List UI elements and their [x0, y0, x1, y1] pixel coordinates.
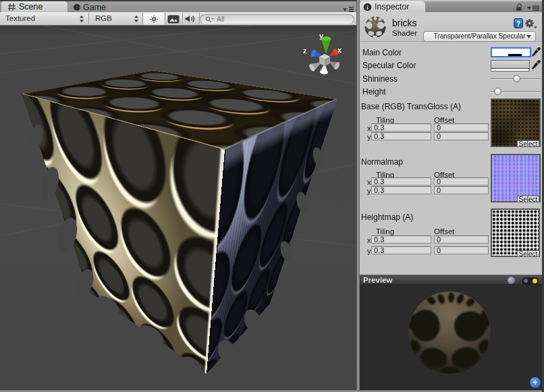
- svg-text:?: ?: [516, 20, 520, 28]
- svg-text:z: z: [303, 47, 307, 55]
